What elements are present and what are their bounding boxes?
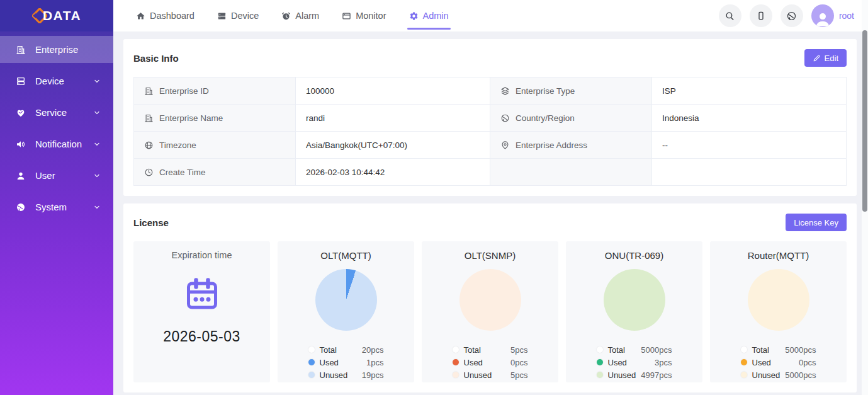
legend: Total5pcs Used0pcs Unused5pcs [453,343,528,381]
table-row: Enterprise ID 100000 Enterprise Type ISP [134,77,847,105]
sidebar-item-system[interactable]: System [0,193,113,220]
sidebar-item-label: Service [35,107,67,118]
avatar [811,4,834,27]
country-globe-icon [500,113,510,123]
person-icon [813,9,832,27]
sidebar-item-label: User [35,170,55,181]
user-menu[interactable]: root [811,4,854,27]
legend: Total5000pcs Used3pcs Unused4997pcs [597,343,672,381]
enterprise-building-icon [16,45,26,55]
card-title: OLT(MQTT) [278,241,414,261]
search-button[interactable] [719,4,741,27]
sidebar-item-label: Enterprise [35,44,78,55]
pie-chart [459,269,521,331]
gear-icon [409,11,419,21]
chevron-down-icon [93,172,101,180]
clock-icon [144,168,154,177]
nav-label: Dashboard [150,11,194,21]
nav-alarm[interactable]: Alarm [281,0,319,31]
username: root [839,11,854,21]
card-title: OLT(SNMP) [422,241,558,261]
basic-info-panel: Basic Info Edit Enterprise ID 100000 Ent… [123,39,857,196]
field-value: randi [295,105,490,132]
sidebar-item-user[interactable]: User [0,162,113,189]
chevron-down-icon [93,77,101,85]
license-title: License [133,217,169,228]
chevron-down-icon [93,203,101,211]
edit-button[interactable]: Edit [804,49,847,67]
field-value: ISP [651,77,846,105]
monitor-icon [342,11,351,21]
system-globe-icon [16,202,26,212]
nav-label: Admin [423,11,449,21]
nav-label: Alarm [295,11,319,21]
sidebar-item-label: Notification [35,139,82,149]
sidebar-item-label: System [35,202,67,212]
nav-device[interactable]: Device [217,0,259,31]
field-label: Enterprise Name [159,113,223,123]
legend-dot [741,359,747,365]
legend-dot [741,346,747,353]
service-heart-icon [16,108,26,118]
license-card-onu-tr069: ONU(TR-069) Total5000pcs Used3pcs Unused… [566,241,702,382]
basic-info-header: Basic Info Edit [133,39,847,77]
legend-dot [308,346,315,353]
table-row: Create Time 2026-02-03 10:44:42 [134,159,847,186]
header-actions: root [719,4,868,27]
sidebar-item-notification[interactable]: Notification [0,130,113,157]
building-icon [144,113,154,123]
legend-dot [308,372,315,378]
brand-logo-text: DATA [43,8,81,23]
nav-admin[interactable]: Admin [409,0,449,31]
device-server-icon [16,76,26,86]
top-header: DATA Dashboard Device Alarm Monitor Admi… [0,0,868,31]
nav-monitor[interactable]: Monitor [342,0,386,31]
calendar-icon [182,275,222,313]
main-content: Basic Info Edit Enterprise ID 100000 Ent… [113,31,862,395]
legend-dot [597,372,603,378]
home-icon [136,11,145,21]
license-header: License License Key [133,203,847,241]
server-icon [217,11,227,21]
sidebar-item-service[interactable]: Service [0,99,113,126]
building-icon [144,86,154,96]
brand-logo[interactable]: DATA [0,0,113,31]
sidebar-item-device[interactable]: Device [0,67,113,94]
field-value: 100000 [295,77,490,105]
nav-dashboard[interactable]: Dashboard [136,0,194,31]
expiration-date: 2026-05-03 [133,328,270,345]
field-label: Timezone [159,140,196,150]
license-key-button[interactable]: License Key [786,214,847,231]
sidebar-item-enterprise[interactable]: Enterprise [0,36,113,63]
field-value: 2026-02-03 10:44:42 [295,159,490,186]
field-value: -- [651,132,846,159]
legend: Total20pcs Used1pcs Unused19pcs [308,343,384,381]
legend-dot [741,372,747,378]
mobile-app-button[interactable] [750,4,772,27]
speaker-icon [16,139,26,149]
globe-icon [786,11,797,21]
layers-icon [500,86,510,96]
field-label: Country/Region [516,113,575,123]
chevron-down-icon [93,140,101,148]
legend-dot [453,372,459,378]
nav-label: Device [231,11,259,21]
search-icon [724,11,735,21]
sidebar-item-label: Device [35,76,64,86]
license-card-olt-snmp: OLT(SNMP) Total5pcs Used0pcs Unused5pcs [422,241,558,382]
scrollbar-track [862,0,868,395]
legend-dot [453,359,459,365]
license-cards: Expiration time 2026-05-03 OLT(MQTT) Tot… [133,241,847,382]
language-button[interactable] [781,4,803,27]
top-nav: Dashboard Device Alarm Monitor Admin [136,0,449,31]
field-label: Create Time [159,168,206,177]
legend-dot [453,346,459,353]
sidebar: Enterprise Device Service Notification U… [0,31,113,395]
field-label: Enterprise ID [159,86,209,96]
license-card-olt-mqtt: OLT(MQTT) Total20pcs Used1pcs Unused19pc… [278,241,414,382]
field-value [651,159,846,186]
license-key-button-label: License Key [794,218,838,227]
field-value: Asia/Bangkok(UTC+07:00) [295,132,490,159]
scrollbar-thumb[interactable] [862,30,867,212]
mobile-icon [756,11,766,21]
